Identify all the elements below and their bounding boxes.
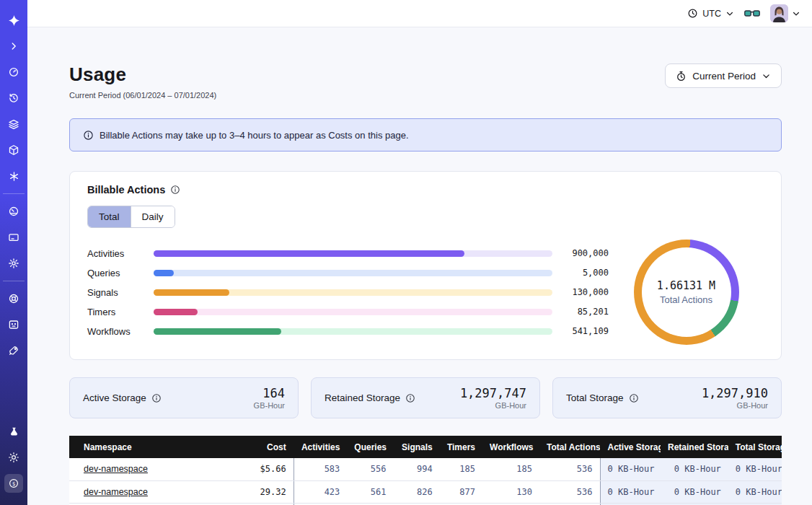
bar-fill <box>154 270 174 276</box>
bar-row-activities: Activities900,000 <box>87 244 609 263</box>
bar-row-queries: Queries5,000 <box>87 263 609 283</box>
cell-timers: 877 <box>440 480 482 503</box>
chevron-down-icon <box>792 9 800 18</box>
top-bar: UTC <box>27 0 812 27</box>
total-daily-toggle: TotalDaily <box>87 206 175 228</box>
column-header-total_storage: Total Storage <box>728 436 782 458</box>
bar-label: Activities <box>87 248 154 259</box>
page-title: Usage <box>69 63 216 86</box>
info-icon <box>170 185 180 195</box>
column-header-signals: Signals <box>394 436 440 458</box>
cell-total_storage: 0 KB-Hour <box>728 458 782 480</box>
bar-track <box>154 309 552 315</box>
cell-total_storage: 0 KB-Hour <box>728 480 782 503</box>
sidebar: $ <box>0 0 27 505</box>
asterisk-icon[interactable] <box>4 167 23 185</box>
cell-signals: 994 <box>394 458 440 480</box>
storage-summary-row: Active Storage 164 GB-Hour Retained Stor… <box>69 377 782 418</box>
period-dropdown-button[interactable]: Current Period <box>665 63 782 88</box>
info-icon <box>629 393 639 403</box>
gear-icon[interactable] <box>4 254 23 273</box>
sidebar-divider <box>3 281 25 281</box>
active-storage-label: Active Storage <box>83 392 146 403</box>
bar-label: Queries <box>87 268 154 278</box>
bar-track <box>154 328 552 335</box>
column-header-queries: Queries <box>347 436 393 458</box>
info-icon <box>405 393 415 403</box>
total-storage-card: Total Storage 1,297,910 GB-Hour <box>552 377 782 418</box>
cell-retained_storage: 0 KB-Hour <box>661 458 728 480</box>
table-row: dev-namespace$5.665835569941851855360 KB… <box>69 458 782 480</box>
retained-storage-unit: GB-Hour <box>460 401 526 410</box>
column-header-active_storage: Active Storage <box>600 436 661 458</box>
usage-page: Usage Current Period (06/01/2024 – 07/01… <box>27 27 812 505</box>
spiral-icon[interactable] <box>4 63 23 82</box>
bar-fill <box>154 309 198 315</box>
cell-activities: 583 <box>294 458 347 480</box>
billable-actions-bar-chart: Activities900,000Queries5,000Signals130,… <box>87 244 609 341</box>
active-storage-value: 164 <box>254 386 285 400</box>
column-header-retained_storage: Retained Storage <box>661 436 728 458</box>
cell-queries: 561 <box>347 480 393 503</box>
bar-value: 5,000 <box>552 268 609 278</box>
namespace-usage-table: NamespaceCostActivitiesQueriesSignalsTim… <box>69 436 782 505</box>
donut-total-label: Total Actions <box>660 294 712 305</box>
chevron-down-icon <box>725 9 734 18</box>
timezone-label: UTC <box>702 9 721 19</box>
namespace-link[interactable]: dev-namespace <box>84 464 148 474</box>
column-header-workflows: Workflows <box>482 436 539 458</box>
credit-card-icon[interactable] <box>4 228 23 247</box>
bar-fill <box>154 328 281 335</box>
lifebuoy-icon[interactable] <box>4 289 23 308</box>
cell-active_storage: 0 KB-Hour <box>600 480 661 503</box>
bar-track <box>154 270 552 276</box>
dollar-coin-icon[interactable]: $ <box>4 474 23 493</box>
bar-fill <box>154 250 464 257</box>
tab-daily[interactable]: Daily <box>131 206 175 227</box>
temporal-logo-icon[interactable] <box>4 11 23 30</box>
cell-namespace: dev-namespace <box>69 480 229 503</box>
svg-text:$: $ <box>12 481 15 487</box>
cube-icon[interactable] <box>4 141 23 159</box>
cell-total_actions: 536 <box>539 480 600 503</box>
column-header-activities: Activities <box>294 436 347 458</box>
bar-value: 900,000 <box>552 248 609 258</box>
billable-actions-title: Billable Actions <box>87 184 165 196</box>
namespace-link[interactable]: dev-namespace <box>84 487 148 497</box>
user-avatar[interactable] <box>770 4 788 22</box>
total-storage-value: 1,297,910 <box>702 386 768 400</box>
stopwatch-icon <box>676 71 687 82</box>
cell-cost: 29.32 <box>229 480 294 503</box>
tab-total[interactable]: Total <box>88 206 131 227</box>
cell-total_actions: 536 <box>539 458 600 480</box>
layers-icon[interactable] <box>4 115 23 133</box>
history-timer-icon[interactable] <box>4 89 23 107</box>
column-header-namespace: Namespace <box>69 436 229 458</box>
user-menu[interactable] <box>770 4 800 22</box>
cell-cost: $5.66 <box>229 458 294 480</box>
column-header-total_actions: Total Actions <box>539 436 600 458</box>
glasses-icon[interactable] <box>744 8 760 19</box>
bar-track <box>154 250 552 257</box>
total-actions-donut-chart: 1.66131 M Total Actions <box>634 240 739 345</box>
table-row: dev-namespace29.324235618268771305360 KB… <box>69 480 782 503</box>
info-banner-text: Billable Actions may take up to 3–4 hour… <box>100 130 409 141</box>
active-storage-unit: GB-Hour <box>254 401 285 410</box>
bar-value: 541,109 <box>552 326 609 336</box>
flask-icon[interactable] <box>4 422 23 441</box>
period-subtitle: Current Period (06/01/2024 – 07/01/2024) <box>69 91 216 100</box>
sun-icon[interactable] <box>4 448 23 467</box>
timezone-selector[interactable]: UTC <box>687 8 734 19</box>
chevron-right-expand-icon[interactable] <box>4 37 23 56</box>
cell-active_storage: 0 KB-Hour <box>600 458 661 480</box>
gauge-icon[interactable] <box>4 202 23 221</box>
billable-actions-card: Billable Actions TotalDaily Activities90… <box>69 171 782 360</box>
terminal-face-icon[interactable] <box>4 315 23 334</box>
total-storage-unit: GB-Hour <box>702 401 768 410</box>
info-banner: Billable Actions may take up to 3–4 hour… <box>69 118 782 152</box>
total-storage-label: Total Storage <box>566 392 624 403</box>
column-header-timers: Timers <box>440 436 482 458</box>
cell-activities: 423 <box>294 480 347 503</box>
chevron-down-icon <box>762 71 771 81</box>
rocket-icon[interactable] <box>4 341 23 360</box>
